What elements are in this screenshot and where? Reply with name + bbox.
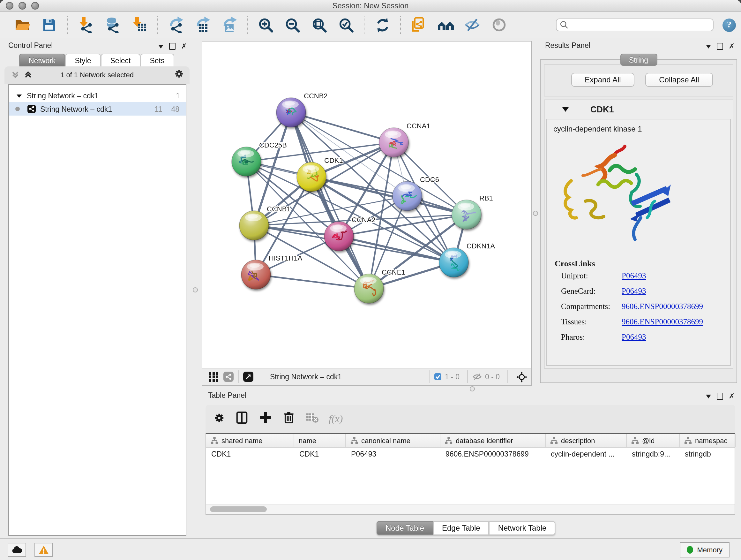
network-canvas[interactable]: CCNB2CCNA1CDC25BCDK1CDC6RB1CCNB1CCNA2CDK… [202,42,531,368]
warning-button[interactable] [35,543,53,557]
crosslink-link[interactable]: P06493 [622,271,646,281]
network-row-selected[interactable]: String Network – cdk1 11 48 [9,102,186,116]
sphere-icon[interactable] [489,15,509,35]
node-label-RB1: RB1 [479,194,493,202]
crosslink-label: GeneCard: [561,287,622,296]
float-panel-icon[interactable] [169,43,176,50]
plus-icon[interactable] [259,411,273,427]
zoom-selected-icon[interactable] [336,15,355,35]
export-table-icon[interactable] [193,15,212,35]
table-gear-icon[interactable] [213,412,225,426]
close-panel-icon[interactable]: ✗ [729,393,735,399]
node-CCNA1[interactable]: CCNA1 [379,122,430,157]
homes-icon[interactable] [436,15,455,35]
tab-node-table[interactable]: Node Table [377,521,433,535]
collapse-panel-icon[interactable] [158,44,163,48]
node-CDC25B[interactable]: CDC25B [232,141,287,176]
control-panel-tabs: NetworkStyleSelectSets [19,54,174,66]
refresh-layout-icon[interactable] [373,15,392,35]
open-session-icon[interactable] [13,15,32,35]
column-header-description[interactable]: description [546,434,627,447]
zoom-fit-icon[interactable] [310,15,329,35]
cloud-button[interactable] [8,543,26,557]
node-CCNB1[interactable]: CCNB1 [239,205,291,240]
birdseye-view-icon[interactable] [243,372,253,382]
memory-button[interactable]: Memory [680,542,730,557]
search-input[interactable] [556,18,714,31]
tab-network-table[interactable]: Network Table [489,521,556,535]
close-panel-icon[interactable]: ✗ [729,44,735,49]
collapse-gene-icon[interactable] [562,107,569,111]
share-document-icon[interactable] [409,15,428,35]
zoom-out-icon[interactable] [283,15,302,35]
column-header-database-identifier[interactable]: database identifier [441,434,546,447]
collapse-panel-icon[interactable] [706,394,711,398]
node-CCNB2[interactable]: CCNB2 [276,92,328,127]
crosslink-link[interactable]: 9606.ENSP00000378699 [622,317,703,327]
column-header-shared-name[interactable]: shared name [206,434,294,447]
trash-icon[interactable] [282,411,295,427]
tab-select[interactable]: Select [101,54,140,66]
table-panel: Table Panel ✗ f(x) shared namenamecanoni… [202,391,738,537]
toolbar-separator [157,16,158,34]
network-view[interactable]: CCNB2CCNA1CDC25BCDK1CDC6RB1CCNB1CCNA2CDK… [202,41,532,386]
hide-unhide-icon[interactable] [463,15,482,35]
left-splitter-handle[interactable] [193,287,198,293]
network-collection-row[interactable]: String Network – cdk1 1 [9,90,186,102]
selected-checkbox-icon[interactable] [434,373,442,381]
table-cell: CDK1 [294,448,346,462]
collapse-all-button[interactable]: Collapse All [645,73,713,87]
tab-edge-table[interactable]: Edge Table [433,521,489,535]
hidden-eye-icon[interactable] [472,373,482,381]
save-session-icon[interactable] [40,15,59,35]
tab-string[interactable]: String [620,54,657,66]
search-field[interactable] [556,18,714,31]
crosslink-link[interactable]: P06493 [622,333,646,342]
import-table-icon[interactable] [130,15,149,35]
columns-icon[interactable] [235,411,249,427]
table-type-tabs: Node TableEdge TableNetwork Table [377,521,555,535]
edge-HIST1H1A-CCNE1[interactable] [256,274,369,289]
gene-header[interactable]: CDK1 [544,100,733,118]
expand-all-button[interactable]: Expand All [571,73,634,87]
float-panel-icon[interactable] [717,43,723,50]
column-header-namespac[interactable]: namespac [680,434,736,447]
scrollbar-thumb[interactable] [210,506,267,512]
crosslink-link[interactable]: 9606.ENSP00000378699 [622,302,703,312]
close-panel-icon[interactable]: ✗ [181,44,187,49]
fit-selected-crosshair-icon[interactable] [516,371,527,382]
table-horizontal-scrollbar[interactable] [206,504,735,514]
tab-sets[interactable]: Sets [140,54,174,66]
float-panel-icon[interactable] [717,393,723,400]
table-row[interactable]: CDK1CDK1P064939606.ENSP00000378699cyclin… [206,448,735,462]
export-image-icon[interactable] [219,15,239,35]
import-network-database-icon[interactable] [103,15,122,35]
help-button[interactable]: ? [723,18,736,32]
right-splitter-handle[interactable] [533,211,538,216]
import-network-file-icon[interactable] [76,15,95,35]
crosslink-link[interactable]: P06493 [622,287,646,296]
node-RB1[interactable]: RB1 [452,194,493,229]
node-HIST1H1A[interactable]: HIST1H1A [241,254,302,289]
tab-style[interactable]: Style [65,54,100,66]
tab-network[interactable]: Network [19,54,65,66]
node-label-HIST1H1A: HIST1H1A [269,254,302,262]
export-network-icon[interactable] [166,15,185,35]
node-CDK1[interactable]: CDK1 [297,157,343,192]
column-header--id[interactable]: @id [627,434,680,447]
delete-table-icon [305,411,319,427]
string-results-container: Expand All Collapse All CDK1 cyclin-depe… [540,59,737,383]
network-options-gear-icon[interactable] [174,68,185,82]
share-view-icon[interactable] [223,372,233,382]
collapse-panel-icon[interactable] [706,44,711,48]
edge-CDK1-RB1[interactable] [312,177,467,214]
grid-view-icon[interactable] [209,372,218,381]
column-header-name[interactable]: name [294,434,346,447]
node-CDKN1A[interactable]: CDKN1A [439,242,495,277]
node-table: shared namenamecanonical namedatabase id… [205,433,735,515]
table-cell: stringdb [680,448,736,462]
column-header-canonical-name[interactable]: canonical name [346,434,441,447]
expand-collection-icon[interactable] [17,94,22,98]
zoom-in-icon[interactable] [256,15,275,35]
edge-CCNB2-CCNE1[interactable] [291,112,369,289]
